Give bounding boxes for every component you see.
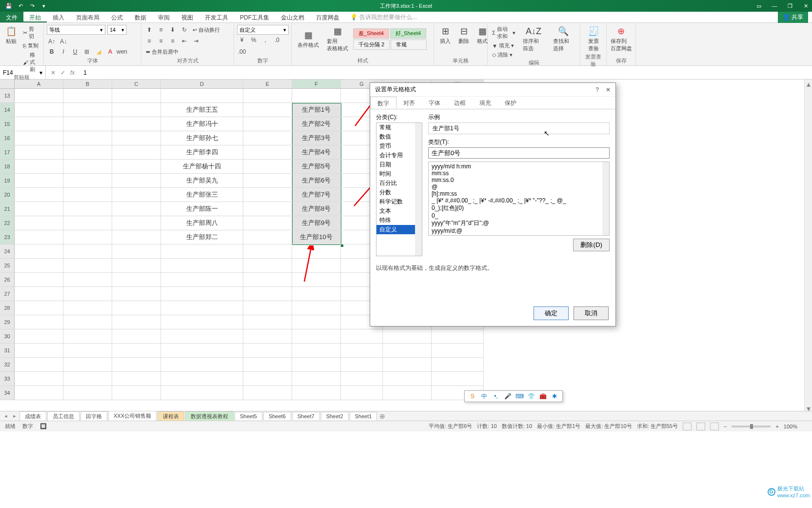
zoom-out-icon[interactable]: − (724, 424, 727, 429)
cell[interactable] (63, 103, 112, 117)
cell[interactable] (292, 273, 341, 287)
tab-baidu[interactable]: 百度网盘 (310, 12, 345, 22)
zoom-in-icon[interactable]: + (775, 424, 778, 429)
sheet-tab[interactable]: Sheet6 (263, 412, 291, 420)
indent-decrease-icon[interactable]: ⇤ (179, 36, 189, 46)
conditional-format-button[interactable]: ▦条件格式 (295, 29, 322, 50)
cell[interactable] (63, 89, 112, 103)
row-header[interactable]: 13 (0, 89, 15, 103)
type-listbox[interactable]: yyyy/m/d h:mmmm:ssmm:ss.0@[h]:mm:ss_ |¥*… (428, 162, 610, 236)
tab-home[interactable]: 开始 (23, 12, 47, 22)
delete-type-button[interactable]: 删除(D) (573, 239, 610, 251)
cell[interactable] (63, 372, 112, 386)
sort-filter-button[interactable]: A↓Z排序和筛选 (520, 25, 547, 59)
cell[interactable] (63, 344, 112, 358)
cell[interactable]: 生产部7号 (292, 188, 341, 202)
cell[interactable] (243, 131, 292, 145)
cell[interactable] (161, 287, 243, 301)
style-bad-cell[interactable]: 差_Sheet4 (353, 28, 389, 39)
ok-button[interactable]: 确定 (534, 306, 569, 320)
cell[interactable] (112, 287, 161, 301)
cell[interactable] (112, 117, 161, 131)
cell[interactable] (63, 358, 112, 372)
cell[interactable] (341, 386, 383, 400)
tab-data[interactable]: 数据 (129, 12, 152, 22)
dialog-tab-fill[interactable]: 填充 (473, 97, 498, 109)
cell[interactable] (341, 329, 383, 344)
type-item[interactable]: yyyy"年"m"月"d"日";@ (429, 219, 609, 227)
find-select-button[interactable]: 🔍查找和选择 (550, 25, 577, 59)
cell[interactable]: 生产部4号 (292, 145, 341, 160)
cell[interactable] (15, 244, 63, 259)
underline-icon[interactable]: U (70, 47, 80, 57)
sheet-tab[interactable]: Sheet7 (292, 412, 320, 420)
cell[interactable] (15, 188, 63, 202)
cell[interactable] (63, 230, 112, 244)
bold-icon[interactable]: B (47, 47, 57, 57)
cell[interactable] (292, 329, 341, 344)
align-left-icon[interactable]: ≡ (144, 36, 154, 46)
column-header[interactable]: A (15, 80, 63, 89)
cell[interactable] (161, 315, 243, 329)
cell[interactable]: 生产部吴九 (161, 174, 243, 188)
cell[interactable] (243, 273, 292, 287)
ribbon-minimize-icon[interactable]: ▭ (755, 2, 762, 9)
cell[interactable] (292, 89, 341, 103)
insert-cells-button[interactable]: ⊞插入 (437, 25, 454, 46)
cell[interactable] (243, 358, 292, 372)
select-all-corner[interactable] (0, 80, 15, 89)
tab-view[interactable]: 视图 (176, 12, 199, 22)
dialog-help-icon[interactable]: ? (595, 86, 599, 93)
dialog-tab-protect[interactable]: 保护 (498, 97, 523, 109)
cell[interactable] (112, 244, 161, 259)
cell[interactable] (63, 301, 112, 315)
row-header[interactable]: 31 (0, 344, 15, 358)
ime-voice-icon[interactable]: 🎤 (504, 392, 512, 400)
restore-icon[interactable]: ❐ (787, 2, 793, 9)
cell[interactable] (15, 131, 63, 145)
cancel-button[interactable]: 取消 (574, 306, 609, 320)
row-header[interactable]: 19 (0, 174, 15, 188)
ime-skin-icon[interactable]: 👕 (527, 392, 535, 400)
row-header[interactable]: 17 (0, 145, 15, 160)
zoom-percent[interactable]: 100% (784, 424, 797, 429)
cell[interactable] (112, 174, 161, 188)
number-format-select[interactable]: 自定义▾ (237, 25, 289, 35)
cell[interactable] (161, 244, 243, 259)
tab-review[interactable]: 审阅 (152, 12, 176, 22)
cell[interactable] (112, 216, 161, 230)
cell[interactable] (63, 160, 112, 174)
cell[interactable] (243, 174, 292, 188)
column-header[interactable]: D (161, 80, 243, 89)
minimize-icon[interactable]: — (771, 2, 778, 9)
cell[interactable] (63, 386, 112, 400)
cell[interactable] (15, 315, 63, 329)
column-header[interactable]: F (292, 80, 341, 89)
row-header[interactable]: 33 (0, 372, 15, 386)
copy-button[interactable]: ⎘ 复制 (21, 41, 40, 50)
row-header[interactable]: 34 (0, 386, 15, 400)
row-header[interactable]: 24 (0, 244, 15, 259)
increase-decimal-icon[interactable]: .0 (272, 35, 282, 45)
currency-icon[interactable]: ¥ (237, 35, 247, 45)
cell[interactable] (63, 329, 112, 344)
style-general-cell[interactable]: 常规 (391, 40, 427, 50)
normal-view-icon[interactable] (683, 423, 692, 430)
cell[interactable] (112, 131, 161, 145)
cell[interactable] (292, 259, 341, 273)
comma-icon[interactable]: , (260, 35, 270, 45)
row-header[interactable]: 30 (0, 329, 15, 344)
cell[interactable] (15, 160, 63, 174)
cell[interactable] (292, 386, 341, 400)
cell[interactable] (112, 89, 161, 103)
cell[interactable] (15, 145, 63, 160)
phonetic-icon[interactable]: wen (117, 47, 127, 57)
cell[interactable] (112, 202, 161, 216)
type-item[interactable]: 0.000_ (429, 234, 609, 236)
cell[interactable] (161, 301, 243, 315)
type-input[interactable] (428, 147, 610, 159)
row-header[interactable]: 25 (0, 259, 15, 273)
cell[interactable] (161, 259, 243, 273)
tab-formula[interactable]: 公式 (105, 12, 129, 22)
cell[interactable]: 生产部李四 (161, 145, 243, 160)
